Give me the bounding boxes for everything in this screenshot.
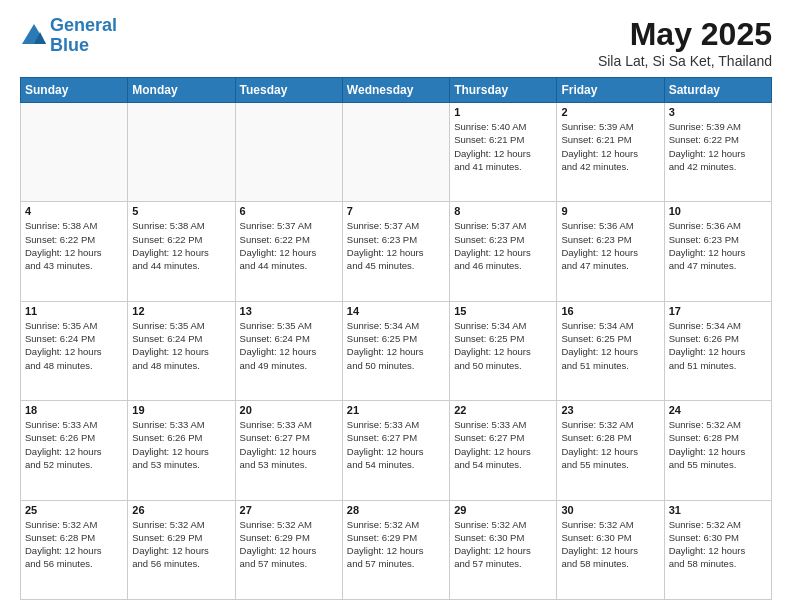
- calendar-cell: 13Sunrise: 5:35 AM Sunset: 6:24 PM Dayli…: [235, 301, 342, 400]
- calendar-header-tuesday: Tuesday: [235, 78, 342, 103]
- day-info: Sunrise: 5:32 AM Sunset: 6:29 PM Dayligh…: [240, 518, 338, 571]
- calendar-header-monday: Monday: [128, 78, 235, 103]
- calendar-cell: 2Sunrise: 5:39 AM Sunset: 6:21 PM Daylig…: [557, 103, 664, 202]
- calendar-cell: 11Sunrise: 5:35 AM Sunset: 6:24 PM Dayli…: [21, 301, 128, 400]
- calendar-cell: 9Sunrise: 5:36 AM Sunset: 6:23 PM Daylig…: [557, 202, 664, 301]
- calendar-cell: 20Sunrise: 5:33 AM Sunset: 6:27 PM Dayli…: [235, 401, 342, 500]
- calendar-cell: 23Sunrise: 5:32 AM Sunset: 6:28 PM Dayli…: [557, 401, 664, 500]
- calendar-cell: 28Sunrise: 5:32 AM Sunset: 6:29 PM Dayli…: [342, 500, 449, 599]
- day-number: 20: [240, 404, 338, 416]
- calendar-cell: 19Sunrise: 5:33 AM Sunset: 6:26 PM Dayli…: [128, 401, 235, 500]
- day-number: 31: [669, 504, 767, 516]
- calendar-week-1: 1Sunrise: 5:40 AM Sunset: 6:21 PM Daylig…: [21, 103, 772, 202]
- day-info: Sunrise: 5:32 AM Sunset: 6:28 PM Dayligh…: [25, 518, 123, 571]
- day-number: 1: [454, 106, 552, 118]
- day-number: 17: [669, 305, 767, 317]
- day-info: Sunrise: 5:36 AM Sunset: 6:23 PM Dayligh…: [669, 219, 767, 272]
- logo-icon: [20, 22, 48, 50]
- day-info: Sunrise: 5:39 AM Sunset: 6:22 PM Dayligh…: [669, 120, 767, 173]
- day-info: Sunrise: 5:37 AM Sunset: 6:23 PM Dayligh…: [454, 219, 552, 272]
- calendar-cell: 27Sunrise: 5:32 AM Sunset: 6:29 PM Dayli…: [235, 500, 342, 599]
- title-block: May 2025 Sila Lat, Si Sa Ket, Thailand: [598, 16, 772, 69]
- calendar-cell: 3Sunrise: 5:39 AM Sunset: 6:22 PM Daylig…: [664, 103, 771, 202]
- day-info: Sunrise: 5:32 AM Sunset: 6:28 PM Dayligh…: [669, 418, 767, 471]
- day-number: 10: [669, 205, 767, 217]
- day-info: Sunrise: 5:35 AM Sunset: 6:24 PM Dayligh…: [25, 319, 123, 372]
- day-info: Sunrise: 5:32 AM Sunset: 6:29 PM Dayligh…: [347, 518, 445, 571]
- calendar-cell: [128, 103, 235, 202]
- day-number: 11: [25, 305, 123, 317]
- page: General Blue May 2025 Sila Lat, Si Sa Ke…: [0, 0, 792, 612]
- calendar-cell: 18Sunrise: 5:33 AM Sunset: 6:26 PM Dayli…: [21, 401, 128, 500]
- calendar-header-friday: Friday: [557, 78, 664, 103]
- day-info: Sunrise: 5:37 AM Sunset: 6:23 PM Dayligh…: [347, 219, 445, 272]
- day-number: 7: [347, 205, 445, 217]
- calendar-cell: 25Sunrise: 5:32 AM Sunset: 6:28 PM Dayli…: [21, 500, 128, 599]
- calendar-cell: 21Sunrise: 5:33 AM Sunset: 6:27 PM Dayli…: [342, 401, 449, 500]
- calendar-cell: 12Sunrise: 5:35 AM Sunset: 6:24 PM Dayli…: [128, 301, 235, 400]
- calendar-header-sunday: Sunday: [21, 78, 128, 103]
- calendar-cell: 14Sunrise: 5:34 AM Sunset: 6:25 PM Dayli…: [342, 301, 449, 400]
- day-number: 23: [561, 404, 659, 416]
- day-number: 22: [454, 404, 552, 416]
- day-number: 24: [669, 404, 767, 416]
- day-number: 8: [454, 205, 552, 217]
- day-number: 6: [240, 205, 338, 217]
- day-number: 15: [454, 305, 552, 317]
- calendar-cell: [21, 103, 128, 202]
- calendar-header-wednesday: Wednesday: [342, 78, 449, 103]
- calendar-cell: 10Sunrise: 5:36 AM Sunset: 6:23 PM Dayli…: [664, 202, 771, 301]
- header: General Blue May 2025 Sila Lat, Si Sa Ke…: [20, 16, 772, 69]
- logo-blue: Blue: [50, 35, 89, 55]
- day-number: 19: [132, 404, 230, 416]
- day-info: Sunrise: 5:33 AM Sunset: 6:26 PM Dayligh…: [25, 418, 123, 471]
- calendar-week-4: 18Sunrise: 5:33 AM Sunset: 6:26 PM Dayli…: [21, 401, 772, 500]
- calendar-header-saturday: Saturday: [664, 78, 771, 103]
- day-info: Sunrise: 5:33 AM Sunset: 6:27 PM Dayligh…: [454, 418, 552, 471]
- day-info: Sunrise: 5:38 AM Sunset: 6:22 PM Dayligh…: [25, 219, 123, 272]
- day-number: 26: [132, 504, 230, 516]
- calendar-cell: 24Sunrise: 5:32 AM Sunset: 6:28 PM Dayli…: [664, 401, 771, 500]
- day-info: Sunrise: 5:32 AM Sunset: 6:30 PM Dayligh…: [669, 518, 767, 571]
- day-info: Sunrise: 5:34 AM Sunset: 6:25 PM Dayligh…: [454, 319, 552, 372]
- calendar-cell: 7Sunrise: 5:37 AM Sunset: 6:23 PM Daylig…: [342, 202, 449, 301]
- calendar-cell: 26Sunrise: 5:32 AM Sunset: 6:29 PM Dayli…: [128, 500, 235, 599]
- day-number: 3: [669, 106, 767, 118]
- calendar-cell: 4Sunrise: 5:38 AM Sunset: 6:22 PM Daylig…: [21, 202, 128, 301]
- calendar-cell: 16Sunrise: 5:34 AM Sunset: 6:25 PM Dayli…: [557, 301, 664, 400]
- calendar-table: SundayMondayTuesdayWednesdayThursdayFrid…: [20, 77, 772, 600]
- day-number: 14: [347, 305, 445, 317]
- day-number: 9: [561, 205, 659, 217]
- logo-general: General: [50, 15, 117, 35]
- calendar-cell: 31Sunrise: 5:32 AM Sunset: 6:30 PM Dayli…: [664, 500, 771, 599]
- day-info: Sunrise: 5:33 AM Sunset: 6:27 PM Dayligh…: [240, 418, 338, 471]
- calendar-week-3: 11Sunrise: 5:35 AM Sunset: 6:24 PM Dayli…: [21, 301, 772, 400]
- calendar-cell: 30Sunrise: 5:32 AM Sunset: 6:30 PM Dayli…: [557, 500, 664, 599]
- calendar-cell: 6Sunrise: 5:37 AM Sunset: 6:22 PM Daylig…: [235, 202, 342, 301]
- calendar-cell: 22Sunrise: 5:33 AM Sunset: 6:27 PM Dayli…: [450, 401, 557, 500]
- day-number: 30: [561, 504, 659, 516]
- calendar-week-2: 4Sunrise: 5:38 AM Sunset: 6:22 PM Daylig…: [21, 202, 772, 301]
- month-title: May 2025: [598, 16, 772, 53]
- day-number: 28: [347, 504, 445, 516]
- calendar-header-row: SundayMondayTuesdayWednesdayThursdayFrid…: [21, 78, 772, 103]
- day-number: 21: [347, 404, 445, 416]
- day-info: Sunrise: 5:39 AM Sunset: 6:21 PM Dayligh…: [561, 120, 659, 173]
- day-info: Sunrise: 5:33 AM Sunset: 6:27 PM Dayligh…: [347, 418, 445, 471]
- day-info: Sunrise: 5:35 AM Sunset: 6:24 PM Dayligh…: [132, 319, 230, 372]
- day-number: 12: [132, 305, 230, 317]
- day-number: 13: [240, 305, 338, 317]
- calendar-cell: 1Sunrise: 5:40 AM Sunset: 6:21 PM Daylig…: [450, 103, 557, 202]
- day-info: Sunrise: 5:32 AM Sunset: 6:30 PM Dayligh…: [561, 518, 659, 571]
- day-info: Sunrise: 5:32 AM Sunset: 6:30 PM Dayligh…: [454, 518, 552, 571]
- day-info: Sunrise: 5:34 AM Sunset: 6:25 PM Dayligh…: [561, 319, 659, 372]
- day-info: Sunrise: 5:36 AM Sunset: 6:23 PM Dayligh…: [561, 219, 659, 272]
- calendar-cell: 15Sunrise: 5:34 AM Sunset: 6:25 PM Dayli…: [450, 301, 557, 400]
- day-info: Sunrise: 5:34 AM Sunset: 6:26 PM Dayligh…: [669, 319, 767, 372]
- calendar-header-thursday: Thursday: [450, 78, 557, 103]
- day-number: 4: [25, 205, 123, 217]
- day-number: 2: [561, 106, 659, 118]
- day-info: Sunrise: 5:40 AM Sunset: 6:21 PM Dayligh…: [454, 120, 552, 173]
- calendar-cell: [235, 103, 342, 202]
- logo: General Blue: [20, 16, 117, 56]
